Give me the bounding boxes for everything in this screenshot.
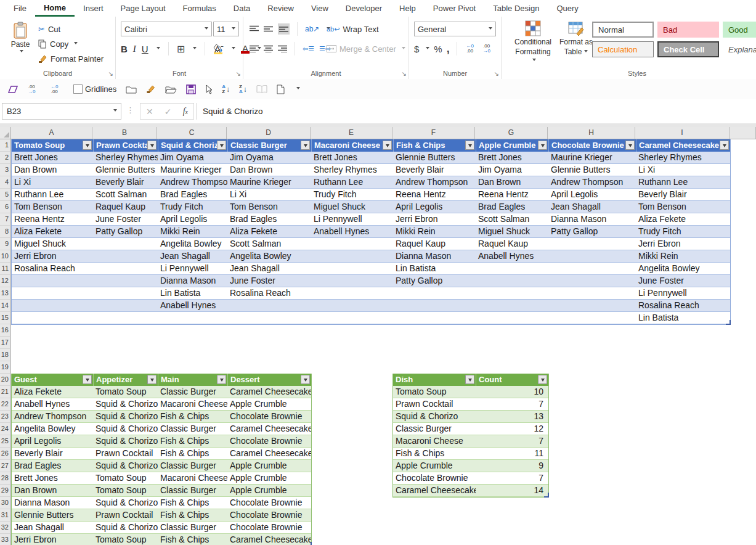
toolbar-more-button[interactable] xyxy=(294,87,300,91)
column-header-H[interactable]: H xyxy=(548,127,635,139)
row-header-28[interactable]: 28 xyxy=(0,472,11,485)
table-cell[interactable]: Li Xi xyxy=(636,164,730,176)
table-cell[interactable]: Sherley Rhymes xyxy=(636,152,730,163)
cell-style-normal[interactable]: Normal xyxy=(592,22,654,38)
middle-align-button[interactable] xyxy=(264,25,273,33)
table-cell[interactable]: Dan Brown xyxy=(476,176,548,188)
table-cell[interactable]: Apple Crumble xyxy=(227,398,311,410)
table-cell[interactable]: Sherley Rhymes xyxy=(311,164,393,176)
select-all-corner[interactable] xyxy=(0,127,11,139)
format-painter-button-qat[interactable] xyxy=(146,84,156,94)
table-cell[interactable]: Fish & Chips xyxy=(158,534,227,545)
table-cell[interactable]: Lin Batista xyxy=(158,287,227,299)
table-cell[interactable] xyxy=(393,312,476,324)
table-cell[interactable]: Classic Burger xyxy=(158,485,227,496)
underline-button[interactable]: U xyxy=(142,44,148,54)
table-cell[interactable]: Squid & Chorizo xyxy=(93,435,158,447)
table-cell[interactable]: Chocolate Brownie xyxy=(393,472,476,484)
top-align-button[interactable] xyxy=(250,25,259,33)
filter-button[interactable] xyxy=(83,375,92,384)
table-cell[interactable]: Anabell Hynes xyxy=(311,226,393,237)
table-cell[interactable]: Dan Brown xyxy=(227,164,311,176)
table-cell[interactable] xyxy=(93,312,158,324)
table-cell[interactable] xyxy=(548,275,636,287)
table-cell[interactable] xyxy=(476,287,548,299)
sort-descending-button[interactable]: ZA↓ xyxy=(239,84,247,94)
table-cell[interactable]: Angelita Bowley xyxy=(227,250,311,262)
table-cell[interactable]: Caramel Cheesecake xyxy=(227,386,311,398)
format-painter-button[interactable]: Format Painter xyxy=(38,51,104,66)
filter-button[interactable] xyxy=(538,375,547,384)
row-header-19[interactable]: 19 xyxy=(0,361,11,374)
column-header-B[interactable]: B xyxy=(92,127,157,139)
table-cell[interactable]: Squid & Chorizo xyxy=(93,398,158,410)
orientation-button[interactable]: ab↗ xyxy=(305,25,319,33)
table-cell[interactable]: Lin Batista xyxy=(393,263,476,274)
table-cell[interactable]: Fish & Chips xyxy=(158,497,227,509)
table-cell[interactable]: Brad Eagles xyxy=(12,460,93,472)
table-cell[interactable]: Scott Salman xyxy=(476,213,548,225)
table-cell[interactable]: Fish & Chips xyxy=(158,448,227,459)
table-cell[interactable]: Chocolate Brownie xyxy=(227,411,311,422)
table-cell[interactable]: Squid & Chorizo xyxy=(93,411,158,422)
ribbon-tab-page-layout[interactable]: Page Layout xyxy=(112,0,174,17)
row-header-2[interactable]: 2 xyxy=(0,152,11,164)
cell-style-bad[interactable]: Bad xyxy=(657,22,719,38)
row-header-5[interactable]: 5 xyxy=(0,189,11,201)
table-cell[interactable]: Angelita Bowley xyxy=(636,263,730,274)
save-button[interactable] xyxy=(186,84,196,94)
table-cell[interactable]: Andrew Thompson xyxy=(548,176,636,188)
table-cell[interactable]: Angelita Bowley xyxy=(12,423,93,435)
table-resize-handle[interactable] xyxy=(544,493,549,498)
cancel-button[interactable]: ✕ xyxy=(146,107,153,117)
table-cell[interactable]: Miguel Shuck xyxy=(476,226,548,237)
table-header-cell[interactable]: Guest xyxy=(12,374,93,386)
table-cell[interactable]: Raquel Kaup xyxy=(476,238,548,250)
table-cell[interactable]: Beverly Blair xyxy=(12,448,93,459)
table-cell[interactable] xyxy=(227,312,311,324)
cell-style-checkcell[interactable]: Check Cell xyxy=(657,41,719,57)
table-resize-handle[interactable] xyxy=(307,542,312,545)
table-cell[interactable] xyxy=(227,300,311,311)
row-header-16[interactable]: 16 xyxy=(0,324,11,337)
clipboard-dialog-launcher[interactable]: ↘ xyxy=(108,70,113,77)
table-cell[interactable]: Jerri Ebron xyxy=(12,250,93,262)
row-header-29[interactable]: 29 xyxy=(0,485,11,497)
ribbon-tab-home[interactable]: Home xyxy=(35,0,75,17)
filter-button[interactable] xyxy=(465,141,474,150)
row-header-17[interactable]: 17 xyxy=(0,337,11,349)
table-cell[interactable]: Caramel Cheesecake xyxy=(227,448,311,459)
table-cell[interactable]: Ruthann Lee xyxy=(311,176,393,188)
table-cell[interactable]: Anabell Hynes xyxy=(476,250,548,262)
table-cell[interactable]: Apple Crumble xyxy=(227,460,311,472)
table-cell[interactable]: 13 xyxy=(476,411,548,422)
copy-button[interactable]: Copy xyxy=(38,36,78,51)
table-cell[interactable]: Dianna Mason xyxy=(12,497,93,509)
conditional-formatting-button[interactable]: Conditional Formatting xyxy=(513,20,553,65)
column-header-A[interactable]: A xyxy=(11,127,92,139)
table-header-cell[interactable]: Dish xyxy=(393,374,476,386)
table-cell[interactable]: Aliza Fekete xyxy=(636,213,730,225)
row-header-20[interactable]: 20 xyxy=(0,374,11,386)
number-dialog-launcher[interactable]: ↘ xyxy=(494,70,499,77)
table-cell[interactable]: Brad Eagles xyxy=(227,213,311,225)
gridlines-toggle[interactable]: Gridlines xyxy=(73,84,116,94)
column-header-G[interactable]: G xyxy=(475,127,548,139)
table-cell[interactable]: Dianna Mason xyxy=(548,213,636,225)
table-cell[interactable] xyxy=(548,238,636,250)
table-cell[interactable]: Trudy Fitch xyxy=(311,189,393,200)
filter-button[interactable] xyxy=(301,141,310,150)
table-cell[interactable] xyxy=(93,287,158,299)
ribbon-tab-table-design[interactable]: Table Design xyxy=(484,0,548,17)
decrease-decimal-button-qat[interactable]: .00→0 xyxy=(28,84,41,94)
table-cell[interactable]: Prawn Cocktail xyxy=(93,509,158,521)
table-cell[interactable]: Tomato Soup xyxy=(93,534,158,545)
table-cell[interactable]: Dianna Mason xyxy=(158,275,227,287)
eraser-button[interactable] xyxy=(7,85,18,94)
table-cell[interactable]: Macaroni Cheese xyxy=(393,435,476,447)
row-header-10[interactable]: 10 xyxy=(0,250,11,263)
table-cell[interactable]: Li Pennywell xyxy=(636,287,730,299)
table-cell[interactable]: Apple Crumble xyxy=(227,485,311,496)
table-header-cell[interactable]: Macaroni Cheese xyxy=(311,139,393,152)
row-header-1[interactable]: 1 xyxy=(0,139,11,152)
